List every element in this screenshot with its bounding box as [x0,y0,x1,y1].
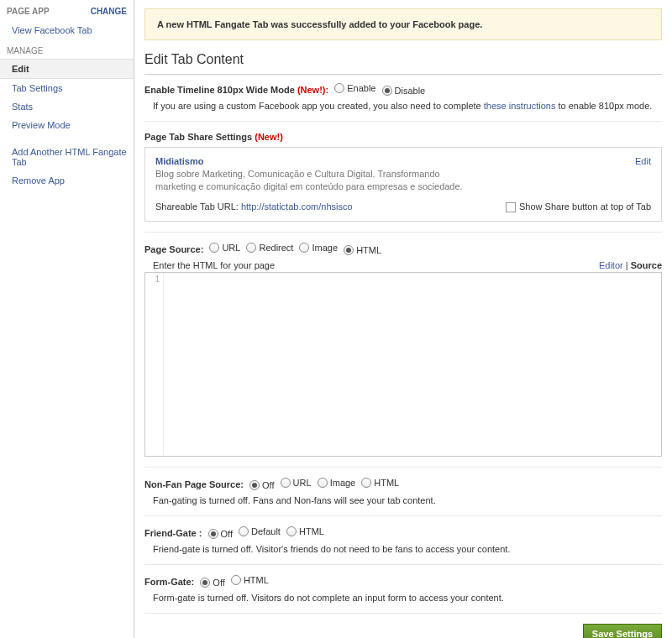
radio-label: Off [262,480,274,490]
radio-label: Image [330,478,356,488]
wide-mode-label: Enable Timeline 810px Wide Mode [144,85,295,95]
sidebar-item-preview[interactable]: Preview Mode [0,116,134,134]
show-share-label: Show Share button at top of Tab [519,201,651,212]
form-label: Form-Gate: [144,577,194,587]
form-help: Form-gate is turned off. Visitors do not… [144,593,662,603]
radio-label: URL [222,243,240,253]
nonfan-off-radio[interactable]: Off [249,480,274,490]
share-label: Page Tab Share Settings [144,132,252,142]
new-badge: (New!) [255,132,283,142]
save-button[interactable]: Save Settings [583,624,662,638]
share-edit-link[interactable]: Edit [635,156,651,166]
radio-label: HTML [244,575,269,585]
friend-help: Friend-gate is turned off. Visitor's fri… [144,544,662,554]
wide-mode-help-suffix: to enable 810px mode. [555,101,652,111]
friend-label: Friend-Gate : [144,528,202,538]
wide-mode-enable-radio[interactable]: Enable [334,83,375,93]
radio-label: URL [293,478,312,488]
friend-off-radio[interactable]: Off [208,529,233,539]
page-source-url-radio[interactable]: URL [209,243,240,253]
editor-tab[interactable]: Editor [599,260,623,270]
sidebar-item-tab-settings[interactable]: Tab Settings [0,79,134,97]
sidebar-item-edit[interactable]: Edit [0,59,134,79]
sidebar-item-stats[interactable]: Stats [0,97,134,116]
page-source-label: Page Source: [144,244,203,254]
source-tab[interactable]: Source [631,260,662,270]
wide-mode-help-link[interactable]: these instructions [484,101,556,111]
form-off-radio[interactable]: Off [200,578,224,588]
friend-gate-section: Friend-Gate : Off Default HTML Friend-ga… [144,526,662,565]
page-source-image-radio[interactable]: Image [299,243,338,253]
main-content: A new HTML Fangate Tab was successfully … [134,0,672,638]
page-source-section: Page Source: URL Redirect Image HTML Ent… [144,243,662,468]
flash-message: A new HTML Fangate Tab was successfully … [144,8,662,40]
share-section: Page Tab Share Settings (New!) Midiatism… [144,132,662,233]
show-share-checkbox[interactable] [506,202,516,212]
friend-html-radio[interactable]: HTML [286,526,324,536]
change-link[interactable]: CHANGE [91,7,127,16]
sidebar: PAGE APP CHANGE View Facebook Tab MANAGE… [0,0,134,638]
nonfan-help: Fan-gating is turned off. Fans and Non-f… [144,495,662,505]
line-number: 1 [145,273,164,456]
radio-label: Redirect [259,243,293,253]
sidebar-view-tab[interactable]: View Facebook Tab [0,21,134,39]
radio-label: HTML [356,245,381,255]
share-url[interactable]: http://statictab.com/nhsisco [241,201,353,212]
radio-label: Default [251,526,281,536]
page-source-html-radio[interactable]: HTML [344,245,381,255]
sidebar-header: PAGE APP [7,7,50,16]
friend-default-radio[interactable]: Default [239,526,281,536]
wide-mode-help-prefix: If you are using a custom Facebook app y… [153,101,484,111]
enter-html-label: Enter the HTML for your page [153,260,275,270]
page-title: Edit Tab Content [144,52,662,75]
share-desc: Blog sobre Marketing, Comunicação e Cult… [155,168,475,193]
radio-label: Disable [395,86,426,96]
radio-label: HTML [299,526,324,536]
radio-label: Enable [347,83,375,93]
form-gate-section: Form-Gate: Off HTML Form-gate is turned … [144,575,662,614]
page-source-redirect-radio[interactable]: Redirect [246,243,293,253]
nonfan-html-radio[interactable]: HTML [361,478,399,488]
sidebar-item-remove[interactable]: Remove App [0,171,134,190]
html-editor[interactable]: 1 [144,272,662,457]
nonfan-section: Non-Fan Page Source: Off URL Image HTML … [144,478,662,516]
sidebar-manage-label: MANAGE [0,39,134,59]
radio-label: Off [213,578,224,588]
share-page-name: Midiatismo [155,156,203,166]
radio-label: Image [312,243,338,253]
nonfan-image-radio[interactable]: Image [318,478,356,488]
form-html-radio[interactable]: HTML [231,575,269,585]
radio-label: HTML [374,478,399,488]
nonfan-url-radio[interactable]: URL [281,478,312,488]
wide-mode-disable-radio[interactable]: Disable [382,86,426,96]
new-badge: (New!): [297,85,328,95]
radio-label: Off [221,529,233,539]
share-card: Midiatismo Edit Blog sobre Marketing, Co… [144,147,662,222]
wide-mode-section: Enable Timeline 810px Wide Mode (New!): … [144,83,662,122]
nonfan-label: Non-Fan Page Source: [144,479,244,489]
sidebar-item-add-another[interactable]: Add Another HTML Fangate Tab [0,143,134,171]
share-url-label: Shareable Tab URL: [155,201,241,212]
